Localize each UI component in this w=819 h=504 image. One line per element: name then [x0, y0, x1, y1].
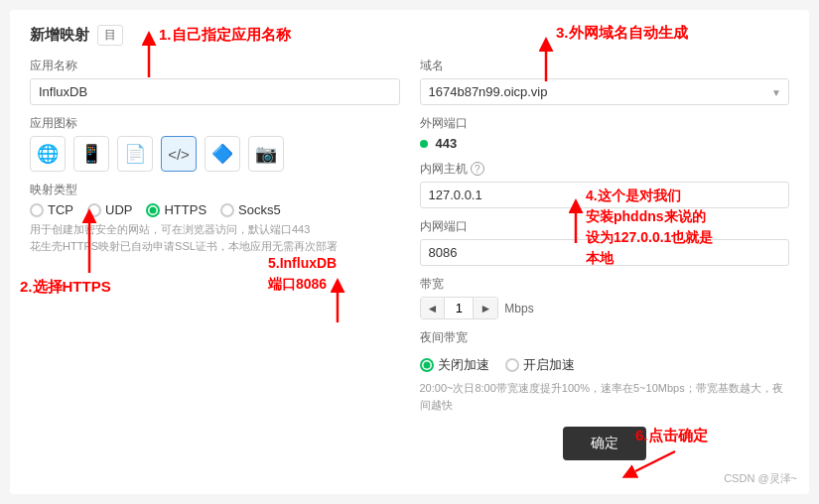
external-port-group: 外网端口 443: [420, 115, 790, 151]
night-bandwidth-hint: 20:00~次日8:00带宽速度提升100%，速率在5~10Mbps；带宽基数越…: [420, 380, 790, 413]
icon-doc[interactable]: 📄: [117, 136, 153, 172]
icon-diamond[interactable]: 🔷: [205, 136, 240, 172]
panel-header: 新增映射 目: [30, 25, 789, 46]
bandwidth-unit: Mbps: [504, 302, 533, 315]
green-status-dot: [420, 140, 428, 148]
domain-select-wrapper: 1674b87n99.oicp.vip ▼: [420, 78, 790, 105]
internal-port-label: 内网端口: [420, 218, 790, 235]
radio-socks5-label: Socks5: [238, 202, 281, 217]
mapping-type-group: 映射类型 TCP UDP HTTPS: [30, 182, 400, 254]
radio-tcp-label: TCP: [48, 202, 73, 217]
left-column: 应用名称 应用图标 🌐 📱 📄 </> 🔷 📷 映射类型: [30, 58, 400, 479]
radio-socks5-circle: [220, 203, 234, 217]
main-panel: 新增映射 目 应用名称 应用图标 🌐 📱 📄 </> 🔷 📷: [10, 10, 809, 494]
stepper-decrease-btn[interactable]: ◄: [421, 299, 445, 318]
radio-https-circle: [146, 203, 160, 217]
radio-https-label: HTTPS: [164, 202, 206, 217]
icon-camera[interactable]: 📷: [248, 136, 284, 172]
panel-icon-btn[interactable]: 目: [97, 25, 123, 46]
app-name-group: 应用名称: [30, 58, 400, 105]
bandwidth-stepper: ◄ 1 ►: [420, 297, 499, 319]
radio-night-on[interactable]: 开启加速: [505, 356, 575, 374]
night-radio-row: 关闭加速 开启加速: [420, 356, 790, 374]
radio-night-off-circle: [420, 358, 434, 372]
radio-tcp-circle: [30, 203, 44, 217]
radio-udp-circle: [87, 203, 101, 217]
confirm-button[interactable]: 确定: [563, 427, 646, 460]
app-name-input[interactable]: [30, 78, 400, 105]
domain-group: 域名 1674b87n99.oicp.vip ▼: [420, 58, 790, 105]
radio-https[interactable]: HTTPS: [146, 202, 206, 217]
bandwidth-value: 1: [444, 298, 474, 318]
mapping-type-hint: 用于创建加密安全的网站，可在浏览器访问，默认端口443 花生壳HTTPS映射已自…: [30, 221, 400, 254]
icon-web[interactable]: 🌐: [30, 136, 66, 172]
radio-night-off[interactable]: 关闭加速: [420, 356, 489, 374]
panel-title: 新增映射: [30, 26, 89, 45]
radio-night-on-circle: [505, 358, 519, 372]
external-port-value: 443: [436, 136, 458, 151]
app-icon-group: 应用图标 🌐 📱 📄 </> 🔷 📷: [30, 115, 400, 172]
icon-code[interactable]: </>: [161, 136, 197, 172]
radio-night-on-label: 开启加速: [523, 356, 575, 374]
right-column: 域名 1674b87n99.oicp.vip ▼ 外网端口 443 内网主机: [420, 58, 790, 479]
internal-host-input[interactable]: [420, 182, 790, 208]
night-bandwidth-label: 夜间带宽: [420, 329, 790, 346]
stepper-increase-btn[interactable]: ►: [474, 299, 497, 318]
app-icon-label: 应用图标: [30, 115, 400, 132]
watermark: CSDN @灵泽~: [724, 471, 797, 486]
radio-tcp[interactable]: TCP: [30, 202, 73, 217]
internal-host-label: 内网主机 ?: [420, 161, 790, 178]
mapping-type-radio-group: TCP UDP HTTPS Socks5: [30, 202, 400, 217]
night-bandwidth-group: 夜间带宽 关闭加速 开启加速 20:00~次日8:00带宽速度提升100%，速率…: [420, 329, 790, 413]
radio-udp[interactable]: UDP: [87, 202, 132, 217]
help-icon[interactable]: ?: [471, 162, 484, 176]
external-port-label: 外网端口: [420, 115, 790, 132]
radio-udp-label: UDP: [105, 202, 132, 217]
internal-port-input[interactable]: [420, 239, 790, 266]
bandwidth-row: ◄ 1 ► Mbps: [420, 297, 790, 319]
app-name-label: 应用名称: [30, 58, 400, 74]
two-col-layout: 应用名称 应用图标 🌐 📱 📄 </> 🔷 📷 映射类型: [30, 58, 789, 479]
bandwidth-label: 带宽: [420, 276, 790, 293]
internal-host-group: 内网主机 ?: [420, 161, 790, 208]
bandwidth-group: 带宽 ◄ 1 ► Mbps: [420, 276, 790, 319]
internal-port-group: 内网端口: [420, 218, 790, 266]
icon-mobile[interactable]: 📱: [73, 136, 109, 172]
external-port-row: 443: [420, 136, 790, 151]
mapping-type-label: 映射类型: [30, 182, 400, 198]
domain-label: 域名: [420, 58, 790, 74]
radio-night-off-label: 关闭加速: [438, 356, 489, 374]
radio-socks5[interactable]: Socks5: [220, 202, 281, 217]
icon-row: 🌐 📱 📄 </> 🔷 📷: [30, 136, 400, 172]
domain-select[interactable]: 1674b87n99.oicp.vip: [420, 78, 790, 105]
